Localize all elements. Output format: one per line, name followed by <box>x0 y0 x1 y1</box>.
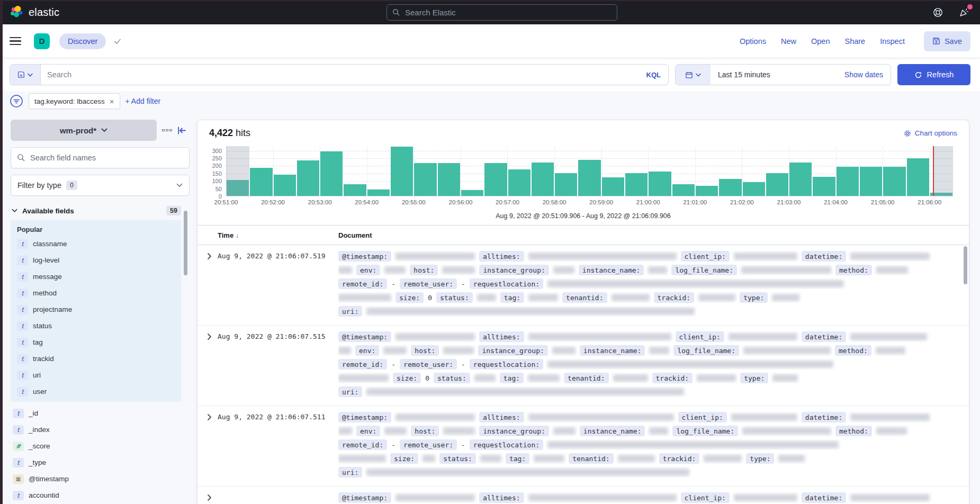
collapse-sidebar-icon[interactable] <box>177 127 186 134</box>
histogram-bar[interactable] <box>812 146 835 196</box>
field-item-uri[interactable]: turi <box>15 367 177 383</box>
newsfeed-icon[interactable] <box>958 6 970 19</box>
appbar-link-options[interactable]: Options <box>732 37 774 46</box>
histogram-bar[interactable] <box>789 146 812 196</box>
histogram-bar[interactable] <box>695 146 718 196</box>
field-item-projectname[interactable]: tprojectname <box>15 301 177 318</box>
kql-language-button[interactable]: KQL <box>639 71 668 79</box>
histogram-bar[interactable] <box>461 146 484 196</box>
field-item-user[interactable]: tuser <box>15 383 177 400</box>
space-avatar[interactable]: D <box>34 33 50 49</box>
field-item-accountid[interactable]: taccountid <box>11 487 181 503</box>
show-dates-button[interactable]: Show dates <box>844 70 891 79</box>
field-label-pill: trackid: <box>654 292 695 303</box>
filter-remove-icon[interactable]: × <box>110 97 114 106</box>
field-type-icon: t <box>17 239 28 249</box>
appbar-link-inspect[interactable]: Inspect <box>873 37 912 46</box>
field-label-pill: requestlocation: <box>470 439 543 450</box>
filter-by-type-dropdown[interactable]: Filter by type 0 <box>11 175 190 196</box>
sort-desc-icon[interactable]: ↓ <box>236 232 239 239</box>
save-query-icon <box>17 71 25 78</box>
help-icon[interactable] <box>931 6 944 19</box>
field-item-_score[interactable]: #_score <box>11 438 181 454</box>
histogram-bar[interactable] <box>508 146 531 196</box>
histogram-bar[interactable] <box>320 146 343 196</box>
field-label-pill: trackid: <box>659 453 700 464</box>
time-column-header[interactable]: Time↓ <box>218 231 338 239</box>
menu-icon[interactable] <box>10 37 21 46</box>
refresh-button[interactable]: Refresh <box>897 64 970 85</box>
histogram-bar[interactable] <box>249 146 273 196</box>
field-item-_id[interactable]: t_id <box>11 405 181 421</box>
chart-plot-area[interactable] <box>226 146 953 196</box>
histogram-bar[interactable] <box>484 146 507 196</box>
field-item-tag[interactable]: ttag <box>15 334 177 350</box>
histogram-bar[interactable] <box>413 146 437 196</box>
histogram-bar[interactable] <box>437 146 461 196</box>
histogram-bar[interactable] <box>367 146 390 196</box>
index-pattern-switcher[interactable]: wm-prod* <box>11 120 157 141</box>
field-label-pill: size: <box>393 373 421 383</box>
appbar-link-open[interactable]: Open <box>804 37 837 46</box>
chart-options-button[interactable]: Chart options <box>904 129 957 137</box>
field-settings-icon[interactable] <box>162 129 172 132</box>
histogram-bar[interactable] <box>531 146 554 196</box>
field-type-icon: t <box>17 256 28 265</box>
time-range-value[interactable]: Last 15 minutes <box>711 70 778 79</box>
field-item-@timestamp[interactable]: ▦@timestamp <box>11 471 181 487</box>
histogram-bar[interactable] <box>578 146 601 196</box>
histogram-bar[interactable] <box>390 146 413 196</box>
field-item-classname[interactable]: tclassname <box>15 236 177 252</box>
appbar-link-share[interactable]: Share <box>837 37 873 46</box>
histogram-bar[interactable] <box>554 146 578 196</box>
filter-menu-icon[interactable] <box>10 94 23 108</box>
breadcrumb[interactable]: Discover <box>59 33 106 49</box>
appbar-link-new[interactable]: New <box>774 37 804 46</box>
field-item-log-level[interactable]: tlog-level <box>15 252 177 268</box>
histogram-bar[interactable] <box>766 146 789 196</box>
elastic-logo[interactable]: elastic <box>10 5 59 19</box>
histogram-bar[interactable] <box>601 146 625 196</box>
table-scrollbar[interactable] <box>964 246 967 284</box>
available-fields-header[interactable]: Available fields 59 <box>11 201 190 220</box>
global-search-input[interactable]: Search Elastic <box>386 4 617 21</box>
expand-row-icon[interactable] <box>204 331 214 342</box>
field-item-trackid[interactable]: ttrackid <box>15 350 177 367</box>
filter-type-count: 0 <box>66 181 77 190</box>
histogram-bar[interactable] <box>859 146 883 196</box>
search-query-input[interactable] <box>41 70 639 79</box>
sidebar-scrollbar[interactable] <box>184 211 187 275</box>
field-label-pill: status: <box>436 292 473 303</box>
field-item-_type[interactable]: t_type <box>11 454 181 471</box>
histogram-bar[interactable] <box>296 146 320 196</box>
histogram-bar[interactable] <box>672 146 695 196</box>
field-item-_index[interactable]: t_index <box>11 421 181 438</box>
histogram-bar[interactable] <box>625 146 648 196</box>
gear-icon <box>904 130 911 137</box>
histogram-bar[interactable] <box>343 146 366 196</box>
date-quick-menu-button[interactable] <box>676 65 711 85</box>
histogram-bar[interactable] <box>836 146 859 196</box>
expand-row-icon[interactable] <box>204 492 214 503</box>
histogram-bar[interactable] <box>906 146 930 196</box>
field-value: - <box>391 280 395 288</box>
field-item-status[interactable]: tstatus <box>15 318 177 334</box>
redacted-value <box>547 441 839 448</box>
redacted-value <box>528 253 677 260</box>
histogram-bar[interactable] <box>718 146 742 196</box>
add-filter-button[interactable]: + Add filter <box>125 97 161 105</box>
expand-row-icon[interactable] <box>204 251 214 262</box>
field-item-message[interactable]: tmessage <box>15 268 177 285</box>
histogram-bar[interactable] <box>883 146 906 196</box>
field-search-input[interactable] <box>30 154 183 162</box>
histogram-bar[interactable] <box>273 146 296 196</box>
field-type-icon: t <box>17 272 28 282</box>
field-label-pill: trackid: <box>652 373 693 383</box>
saved-query-menu-button[interactable] <box>10 65 41 85</box>
histogram-bar[interactable] <box>648 146 671 196</box>
filter-pill[interactable]: tag.keyword: lbaccess × <box>29 93 120 109</box>
save-button[interactable]: Save <box>924 31 970 51</box>
expand-row-icon[interactable] <box>204 412 214 422</box>
field-item-method[interactable]: tmethod <box>15 285 177 301</box>
histogram-bar[interactable] <box>742 146 766 196</box>
